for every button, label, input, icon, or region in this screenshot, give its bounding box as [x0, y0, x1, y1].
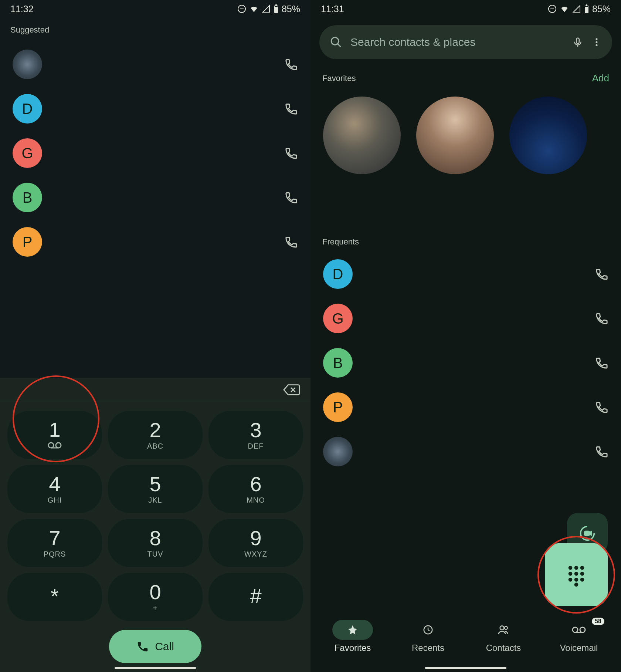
contact-avatar: G [323, 304, 353, 333]
nav-favorites[interactable]: Favorites [332, 620, 373, 653]
svg-rect-17 [576, 38, 579, 44]
dialer-key-9[interactable]: 9WXYZ [208, 519, 303, 567]
svg-point-20 [595, 41, 597, 43]
key-digit: 5 [149, 474, 161, 494]
svg-point-37 [580, 627, 585, 632]
status-time: 11:31 [321, 4, 344, 14]
svg-point-32 [574, 582, 578, 587]
dialer-key-6[interactable]: 6MNO [208, 465, 303, 513]
contact-row[interactable]: D [310, 252, 621, 296]
contact-row[interactable] [310, 429, 621, 474]
screenshot-right: 11:31 85% Search contacts & places [310, 0, 621, 672]
dialer-key-1[interactable]: 1 [7, 411, 102, 459]
dialer-key-3[interactable]: 3DEF [208, 411, 303, 459]
svg-point-31 [580, 578, 584, 582]
nav-handle[interactable] [115, 667, 196, 669]
svg-point-26 [569, 572, 573, 576]
call-icon[interactable] [595, 356, 608, 369]
nav-handle[interactable] [425, 667, 506, 669]
key-digit: 2 [149, 420, 161, 440]
key-sub: PQRS [44, 550, 66, 558]
svg-point-34 [500, 626, 504, 630]
call-icon[interactable] [595, 445, 608, 458]
contact-row[interactable]: D [0, 87, 310, 131]
call-button[interactable]: Call [109, 630, 201, 663]
svg-point-21 [595, 44, 597, 46]
contact-row[interactable]: B [0, 175, 310, 220]
svg-point-29 [569, 578, 573, 582]
nav-label: Voicemail [560, 643, 598, 653]
key-digit: 1 [49, 419, 60, 440]
favorite-contact[interactable] [416, 97, 494, 174]
battery-icon [584, 4, 589, 13]
call-icon[interactable] [285, 102, 298, 115]
call-icon[interactable] [285, 58, 298, 71]
call-icon[interactable] [595, 267, 608, 281]
contact-row[interactable]: B [310, 341, 621, 385]
key-digit: 3 [250, 420, 261, 440]
dialer-key-0[interactable]: 0+ [108, 573, 203, 621]
dialer-key-5[interactable]: 5JKL [108, 465, 203, 513]
key-sub: TUV [147, 550, 163, 558]
dialer-key-4[interactable]: 4GHI [7, 465, 102, 513]
svg-point-36 [573, 627, 578, 632]
svg-point-35 [505, 627, 508, 629]
contact-avatar: G [13, 138, 42, 168]
status-icons: 85% [548, 4, 611, 14]
contact-row[interactable]: G [0, 131, 310, 175]
dialpad-fab[interactable] [545, 543, 608, 606]
battery-icon [274, 4, 279, 13]
dialer-key-2[interactable]: 2ABC [108, 411, 203, 459]
contact-avatar: P [13, 227, 42, 257]
dialer-key-#[interactable]: # [208, 573, 303, 621]
call-icon[interactable] [285, 146, 298, 160]
nav-voicemail[interactable]: 58 Voicemail [559, 620, 599, 653]
more-icon[interactable] [591, 37, 602, 47]
dialer-key-7[interactable]: 7PQRS [7, 519, 102, 567]
search-bar[interactable]: Search contacts & places [319, 25, 612, 59]
contact-avatar: P [323, 392, 353, 422]
key-digit: # [250, 586, 261, 607]
key-sub: WXYZ [244, 550, 267, 558]
favorites-row [310, 91, 621, 178]
svg-point-7 [48, 443, 54, 448]
status-bar: 11:31 85% [310, 0, 621, 18]
contact-row[interactable]: P [0, 220, 310, 264]
dialer-key-8[interactable]: 8TUV [108, 519, 203, 567]
dialer-key-*[interactable]: * [7, 573, 102, 621]
dnd-icon [548, 4, 557, 13]
nav-label: Recents [412, 643, 444, 653]
frequents-label: Frequents [310, 178, 621, 252]
svg-point-19 [595, 38, 597, 40]
call-icon[interactable] [595, 312, 608, 325]
contact-row[interactable] [0, 42, 310, 87]
svg-point-15 [331, 37, 339, 45]
favorite-contact[interactable] [323, 97, 401, 174]
svg-rect-14 [585, 6, 588, 7]
nav-recents[interactable]: Recents [408, 620, 448, 653]
contact-row[interactable]: P [310, 385, 621, 429]
call-label: Call [155, 640, 174, 653]
svg-rect-3 [275, 4, 277, 6]
key-sub [47, 442, 62, 451]
key-digit: * [51, 586, 59, 607]
add-favorite-button[interactable]: Add [592, 72, 609, 84]
contact-avatar: B [323, 348, 353, 378]
call-icon[interactable] [285, 235, 298, 249]
contact-avatar [323, 437, 353, 466]
key-sub: GHI [48, 496, 62, 504]
call-icon[interactable] [595, 401, 608, 414]
contact-avatar [13, 50, 42, 79]
contact-avatar: B [13, 183, 42, 212]
mic-icon[interactable] [572, 37, 583, 48]
nav-label: Contacts [486, 643, 521, 653]
dnd-icon [237, 4, 246, 13]
suggested-label: Suggested [0, 18, 310, 42]
svg-point-27 [574, 572, 578, 576]
call-icon[interactable] [285, 191, 298, 204]
favorite-contact[interactable] [509, 97, 587, 174]
contact-row[interactable]: G [310, 296, 621, 341]
backspace-icon[interactable] [283, 383, 300, 396]
nav-contacts[interactable]: Contacts [483, 620, 524, 653]
dialer-keypad: 12ABC3DEF4GHI5JKL6MNO7PQRS8TUV9WXYZ*0+# [0, 402, 310, 625]
